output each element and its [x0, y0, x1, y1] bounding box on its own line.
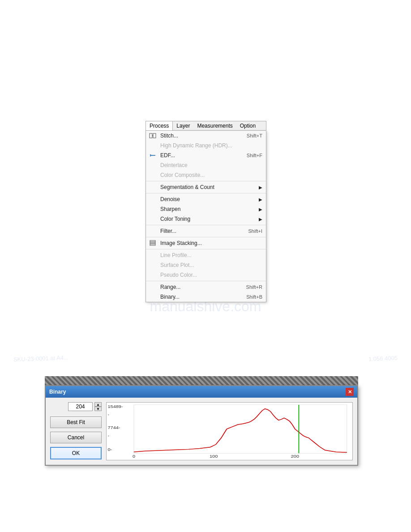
watermark-bottom-right: 1.056 4005: [368, 355, 398, 362]
dialog-close-button[interactable]: ✕: [346, 388, 354, 396]
menu-item-segmentation[interactable]: Segmentation & Count ▶: [146, 182, 266, 192]
menu-item-color-composite: Color Composite...: [146, 170, 266, 180]
menu-item-binary[interactable]: Binary... Shift+B: [146, 292, 266, 302]
edf-icon: [149, 152, 157, 159]
menu-item-deinterlace: Deinterlace: [146, 160, 266, 170]
edf-shortcut: Shift+F: [247, 153, 262, 158]
sharpen-label: Sharpen: [160, 206, 180, 212]
denoise-label: Denoise: [160, 196, 180, 202]
image-stacking-label: Image Stacking...: [160, 240, 202, 246]
svg-rect-5: [150, 240, 155, 242]
segmentation-label: Segmentation & Count: [160, 184, 214, 190]
svg-text:-: -: [107, 412, 109, 417]
svg-text:0-: 0-: [107, 447, 112, 452]
stitch-icon: [149, 132, 157, 139]
binary-shortcut: Shift+B: [246, 294, 262, 300]
menu-area: Process Layer Measurements Option Stitch…: [146, 121, 266, 302]
color-toning-arrow: ▶: [259, 217, 262, 222]
filter-label: Filter...: [160, 228, 176, 234]
deinterlace-label: Deinterlace: [160, 162, 188, 168]
spinner-down[interactable]: ▼: [94, 407, 102, 411]
best-fit-button[interactable]: Best Fit: [50, 416, 102, 428]
color-toning-label: Color Toning: [160, 216, 190, 222]
menu-item-range[interactable]: Range... Shift+R: [146, 282, 266, 292]
range-label: Range...: [160, 284, 180, 290]
divider-6: [146, 281, 266, 281]
menu-item-edf[interactable]: EDF... Shift+F: [146, 150, 266, 160]
svg-rect-6: [150, 242, 155, 244]
denoise-arrow: ▶: [259, 197, 262, 202]
menu-bar-process[interactable]: Process: [146, 121, 173, 130]
dialog-titlebar: Binary ✕: [46, 386, 357, 398]
menu-bar: Process Layer Measurements Option: [146, 121, 266, 130]
surface-plot-label: Surface Plot...: [160, 262, 194, 268]
chart-svg: 15489- - 7744- - 0- 0 100 200: [107, 403, 352, 460]
divider-3: [146, 225, 266, 225]
menu-bar-option[interactable]: Option: [236, 121, 259, 130]
menu-item-image-stacking[interactable]: Image Stacking...: [146, 238, 266, 248]
divider-4: [146, 237, 266, 237]
svg-text:100: 100: [210, 454, 218, 459]
segmentation-arrow: ▶: [259, 185, 262, 190]
menu-bar-measurements[interactable]: Measurements: [193, 121, 236, 130]
svg-rect-1: [153, 133, 156, 138]
cancel-button[interactable]: Cancel: [50, 432, 102, 443]
menu-item-surface-plot: Surface Plot...: [146, 260, 266, 270]
color-composite-label: Color Composite...: [160, 172, 205, 178]
dialog-content: 204 ▲ ▼ Best Fit Cancel OK 15489- - 7744…: [46, 398, 357, 465]
threshold-input[interactable]: 204: [68, 402, 93, 411]
svg-rect-13: [134, 405, 347, 453]
svg-rect-0: [150, 133, 152, 138]
menu-item-hdr: High Dynamic Range (HDR)...: [146, 141, 266, 150]
svg-text:200: 200: [291, 454, 300, 459]
line-profile-label: Line Profile...: [160, 252, 192, 258]
range-shortcut: Shift+R: [246, 284, 262, 290]
filter-shortcut: Shift+I: [248, 228, 263, 234]
svg-text:-: -: [107, 433, 109, 438]
menu-item-stitch[interactable]: Stitch... Shift+T: [146, 131, 266, 141]
divider-2: [146, 193, 266, 193]
histogram-chart: 15489- - 7744- - 0- 0 100 200: [106, 402, 353, 460]
divider-5: [146, 249, 266, 249]
stitch-shortcut: Shift+T: [247, 133, 262, 138]
menu-item-sharpen[interactable]: Sharpen ▶: [146, 204, 266, 214]
menu-bar-layer[interactable]: Layer: [173, 121, 193, 130]
color-composite-icon: [149, 172, 157, 179]
binary-label: Binary...: [160, 294, 180, 300]
threshold-spinner-row: 204 ▲ ▼: [68, 402, 102, 411]
hdr-label: High Dynamic Range (HDR)...: [160, 142, 232, 149]
menu-item-filter[interactable]: Filter... Shift+I: [146, 226, 266, 236]
spinner-arrows: ▲ ▼: [94, 402, 102, 411]
svg-text:7744-: 7744-: [107, 425, 120, 430]
menu-item-line-profile: Line Profile...: [146, 250, 266, 260]
dialog-title: Binary: [49, 389, 66, 395]
ok-button[interactable]: OK: [50, 447, 102, 459]
watermark-bottom-left: SKU-23-0001 at A4...: [13, 354, 68, 363]
svg-marker-4: [150, 154, 152, 157]
hdr-icon: [149, 142, 157, 149]
stitch-label: Stitch...: [160, 133, 178, 139]
menu-item-denoise[interactable]: Denoise ▶: [146, 194, 266, 204]
spinner-up[interactable]: ▲: [94, 402, 102, 407]
image-stacking-icon: [149, 240, 157, 247]
svg-text:0: 0: [133, 454, 136, 459]
svg-text:15489-: 15489-: [107, 404, 123, 409]
menu-item-color-toning[interactable]: Color Toning ▶: [146, 214, 266, 224]
pseudo-color-label: Pseudo Color...: [160, 272, 197, 278]
process-dropdown: Stitch... Shift+T High Dynamic Range (HD…: [146, 130, 266, 302]
sharpen-arrow: ▶: [259, 207, 262, 212]
dialog-left-panel: 204 ▲ ▼ Best Fit Cancel OK: [50, 402, 102, 460]
edf-label: EDF...: [160, 152, 175, 159]
menu-item-pseudo-color: Pseudo Color...: [146, 270, 266, 280]
divider-1: [146, 181, 266, 181]
binary-dialog: Binary ✕ 204 ▲ ▼ Best Fit Cancel OK 1548…: [45, 385, 358, 466]
svg-rect-7: [150, 244, 155, 245]
